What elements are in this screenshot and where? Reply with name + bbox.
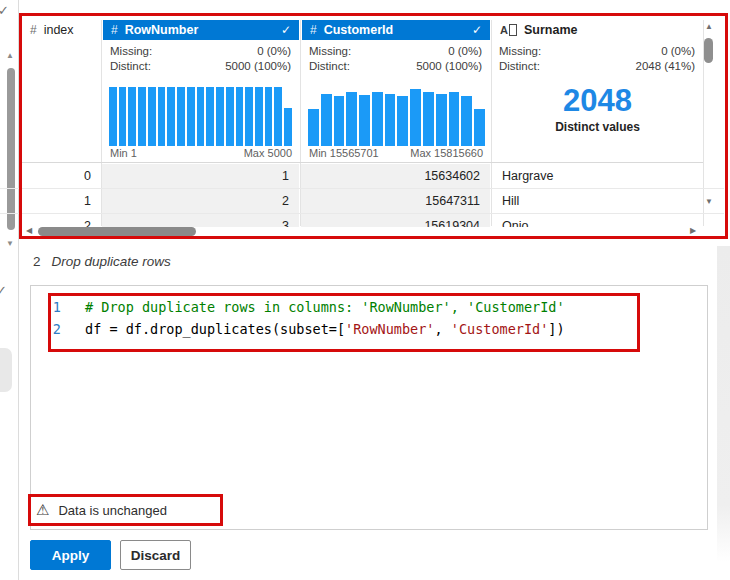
code-string: 'CustomerId' (451, 321, 549, 337)
warning-text: Data is unchanged (58, 503, 166, 518)
histogram-bar (226, 87, 234, 146)
histogram-bar (128, 87, 136, 146)
distinct-summary-surname: 2048 Distinct values (492, 84, 703, 134)
histogram-bar (385, 94, 396, 147)
min-label: Min 1 (110, 147, 137, 159)
cell-rownumber: 2 (102, 189, 299, 213)
hscroll-right-icon[interactable]: ▶ (690, 227, 696, 235)
column-name: RowNumber (125, 23, 199, 37)
cell-index: 1 (22, 189, 101, 213)
histogram-bar (245, 87, 253, 146)
code-line-2: 2 df = df.drop_duplicates(subset=['RowNu… (31, 318, 707, 340)
distinct-label: Distinct: (499, 60, 540, 72)
max-label: Max 15815660 (410, 147, 483, 159)
warning-triangle-icon: ⚠ (36, 502, 49, 518)
missing-label: Missing: (309, 45, 351, 57)
panel-divider (18, 0, 19, 580)
code-token: df = df.drop_duplicates(subset=[ (85, 321, 345, 337)
distinct-value: 2048 (41%) (636, 60, 695, 72)
distinct-count: 2048 (492, 84, 703, 118)
histogram-bar (148, 87, 156, 146)
cell-rownumber: 3 (102, 214, 299, 227)
vscroll-up-icon[interactable]: ▲ (705, 23, 713, 31)
histogram-bar (158, 87, 166, 146)
code-token: ]) (548, 321, 564, 337)
line-number: 2 (47, 318, 61, 340)
distinct-value: 5000 (100%) (225, 60, 291, 72)
histogram-bar (274, 87, 282, 146)
cleaning-step-label[interactable]: 2 Drop duplicate rows (33, 254, 171, 269)
code-string: 'RowNumber' (345, 321, 434, 337)
histogram-bar (372, 92, 383, 146)
histogram-bar (284, 108, 292, 146)
distinct-label: Distinct: (110, 60, 151, 72)
numeric-type-icon: # (30, 23, 37, 37)
cell-surname: Hill (492, 189, 703, 213)
histogram-bar (255, 87, 263, 146)
histogram-bar (334, 96, 345, 146)
step-number: 2 (33, 254, 41, 269)
cell-customerid: 15647311 (301, 189, 490, 213)
code-token: , (435, 321, 451, 337)
column-header-rownumber[interactable]: # RowNumber ✓ (103, 20, 299, 40)
text-type-icon: A (500, 24, 517, 36)
vertical-scrollbar-thumb[interactable] (704, 38, 713, 63)
cell-index: 2 (22, 214, 101, 227)
histogram-bar (346, 92, 357, 146)
column-header-surname[interactable]: A Surname (492, 20, 703, 40)
pane-scroll-shadow (717, 246, 730, 562)
table-row: 2 3 15619304 Onio (0, 214, 724, 227)
histogram-bar (216, 87, 224, 146)
cell-rownumber: 1 (102, 164, 299, 188)
rail-scroll-up-icon[interactable]: ▲ (6, 52, 14, 60)
column-name: index (44, 23, 74, 37)
selected-checkmark-icon: ✓ (281, 23, 291, 37)
status-message: ⚠ Data is unchanged (36, 502, 167, 518)
distinct-count-label: Distinct values (492, 120, 703, 134)
step-checkmark-icon: ✓ (0, 3, 9, 18)
step-name: Drop duplicate rows (52, 254, 171, 269)
histogram-bar (436, 94, 447, 146)
cell-customerid: 15619304 (301, 214, 490, 227)
horizontal-scrollbar-thumb[interactable] (38, 227, 196, 236)
histogram-bar (449, 92, 460, 146)
table-row: 0 1 15634602 Hargrave (0, 164, 724, 189)
hscroll-left-icon[interactable]: ◀ (26, 227, 32, 235)
histogram-customerid (308, 87, 485, 146)
table-row: 1 2 15647311 Hill (0, 189, 724, 214)
code-editor[interactable]: 1 # Drop duplicate rows in columns: 'Row… (30, 285, 708, 530)
column-header-customerid[interactable]: # CustomerId ✓ (302, 20, 490, 40)
histogram-bar (119, 87, 127, 146)
cell-index: 0 (22, 164, 101, 188)
selected-checkmark-icon: ✓ (472, 23, 482, 37)
data-grid-rows: 0 1 15634602 Hargrave 1 2 15647311 Hill … (0, 164, 724, 227)
vscroll-down-icon[interactable]: ▼ (705, 198, 713, 206)
missing-value: 0 (0%) (661, 45, 695, 57)
step-checkmark-icon: ✓ (0, 283, 7, 298)
discard-button[interactable]: Discard (120, 540, 191, 570)
histogram-bar (359, 95, 370, 146)
cropped-panel-element (0, 348, 12, 392)
histogram-bar (397, 96, 408, 146)
histogram-range-customerid: Min 15565701 Max 15815660 (302, 147, 490, 159)
column-header-index[interactable]: # index (22, 20, 101, 40)
cell-surname: Hargrave (492, 164, 703, 188)
missing-label: Missing: (110, 45, 152, 57)
histogram-bar (265, 87, 273, 146)
column-name: CustomerId (324, 23, 393, 37)
rail-scroll-down-icon[interactable]: ▼ (6, 240, 14, 248)
histogram-bar (109, 87, 117, 146)
histogram-bar (321, 94, 332, 146)
numeric-type-icon: # (111, 23, 118, 37)
histogram-bar (410, 89, 421, 146)
code-comment: # Drop duplicate rows in columns: 'RowNu… (85, 299, 565, 315)
histogram-bar (187, 87, 195, 146)
column-name: Surname (524, 23, 578, 37)
histogram-bar (308, 109, 319, 146)
distinct-label: Distinct: (309, 60, 350, 72)
grid-section-divider (22, 162, 703, 163)
apply-button[interactable]: Apply (30, 540, 111, 570)
column-stats-surname: Missing:0 (0%) Distinct:2048 (41%) (492, 43, 703, 73)
histogram-bar (474, 109, 485, 146)
histogram-rownumber (109, 87, 292, 146)
